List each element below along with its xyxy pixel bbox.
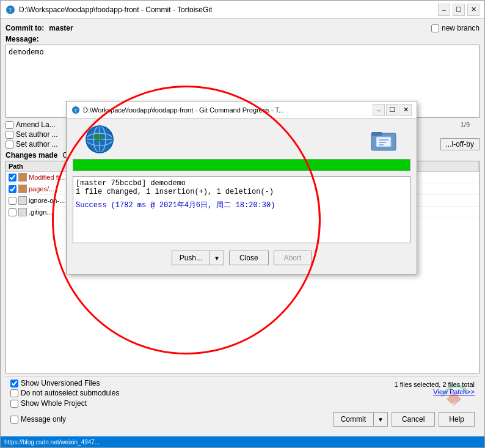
- title-bar: T D:\Workspace\foodapp\foodapp-front - C…: [1, 1, 484, 19]
- do-not-autoselect-checkbox[interactable]: [10, 389, 18, 397]
- push-arrow-button[interactable]: ▼: [210, 251, 224, 265]
- abort-button[interactable]: Abort: [274, 251, 312, 265]
- amend-checkbox[interactable]: [5, 121, 13, 129]
- dialog-icons-row: [73, 125, 410, 154]
- new-branch-row: new branch: [431, 24, 480, 32]
- file1-icon: [18, 173, 27, 182]
- progress-bar-container: [73, 159, 410, 171]
- set-author1-checkbox[interactable]: [5, 131, 13, 139]
- svg-text:T: T: [9, 7, 12, 13]
- output-line1: [master 75bccbd] demodemo: [76, 179, 407, 188]
- svg-text:T: T: [75, 108, 78, 113]
- commit-split-button: Commit ▼: [333, 412, 388, 427]
- output-line2: 1 file changed, 1 insertion(+), 1 deleti…: [76, 188, 407, 196]
- show-whole-project-checkbox[interactable]: [10, 400, 18, 408]
- output-success: Success (1782 ms @ 2021年4月6日, 周二 18:20:3…: [76, 201, 275, 210]
- message-label: Message:: [5, 35, 480, 43]
- folder-icon: [369, 125, 398, 154]
- changes-label: Changes made: [5, 151, 57, 160]
- new-branch-label: new branch: [442, 24, 480, 32]
- cancel-button[interactable]: Cancel: [392, 412, 435, 427]
- dialog-minimize-button[interactable]: –: [373, 104, 385, 116]
- do-not-autoselect-label: Do not autoselect submodules: [21, 389, 119, 397]
- file4-icon: [18, 208, 27, 216]
- close-button[interactable]: ✕: [467, 4, 480, 16]
- show-unversioned-checkbox[interactable]: [10, 380, 18, 387]
- page-indicator: 1/9: [461, 121, 470, 128]
- dialog-title-controls: – ☐ ✕: [373, 104, 412, 116]
- git-progress-dialog: T D:\Workspace\foodapp\foodapp-front - G…: [66, 101, 417, 274]
- status-bar: https://blog.csdn.net/weixin_4947...: [1, 436, 484, 447]
- set-author2-label: Set author ...: [16, 140, 58, 149]
- show-unversioned-label: Show Unversioned Files: [21, 379, 100, 387]
- progress-bar-fill: [73, 160, 410, 171]
- sign-off-button[interactable]: ...l-off-by: [440, 138, 480, 150]
- dialog-body: [master 75bccbd] demodemo 1 file changed…: [67, 119, 417, 274]
- output-area: [master 75bccbd] demodemo 1 file changed…: [73, 176, 410, 243]
- close-button[interactable]: Close: [229, 251, 269, 265]
- commit-to-label: Commit to:: [5, 24, 44, 32]
- dialog-app-icon: T: [71, 106, 80, 114]
- file4-name: .gitign...: [29, 208, 53, 216]
- branch-name: master: [49, 24, 73, 32]
- file3-checkbox[interactable]: [9, 197, 16, 205]
- svg-text:git: git: [450, 402, 458, 408]
- dialog-title-text: D:\Workspace\foodapp\foodapp-front - Git…: [83, 106, 284, 114]
- svg-rect-14: [371, 132, 382, 136]
- help-button[interactable]: Help: [439, 412, 475, 427]
- title-controls: – ☐ ✕: [438, 4, 480, 16]
- git-watermark: git: [436, 366, 472, 411]
- status-url: https://blog.csdn.net/weixin_4947...: [4, 439, 100, 446]
- app-icon: T: [5, 5, 15, 15]
- file3-icon: [18, 196, 27, 205]
- file4-checkbox[interactable]: [9, 208, 16, 216]
- message-only-label: Message only: [21, 415, 66, 424]
- file2-icon: [18, 185, 27, 193]
- bottom-buttons: Commit ▼ Cancel Help: [333, 409, 475, 429]
- commit-button[interactable]: Commit: [333, 412, 373, 427]
- file1-name: Modified fi...: [29, 174, 65, 181]
- dialog-buttons: Push... ▼ Close Abort: [73, 248, 410, 268]
- new-branch-checkbox[interactable]: [431, 24, 439, 32]
- window-title: D:\Workspace\foodapp\foodapp-front - Com…: [19, 6, 212, 14]
- globe-icon: [85, 125, 114, 154]
- commit-arrow-button[interactable]: ▼: [373, 412, 388, 427]
- minimize-button[interactable]: –: [438, 4, 450, 16]
- dialog-title-bar: T D:\Workspace\foodapp\foodapp-front - G…: [67, 101, 417, 119]
- maximize-button[interactable]: ☐: [453, 4, 465, 16]
- file3-name: ignore-on-...: [29, 197, 65, 204]
- message-only-checkbox[interactable]: [10, 416, 18, 424]
- commit-to-row: Commit to: master new branch: [5, 24, 480, 32]
- dialog-close-button[interactable]: ✕: [399, 104, 412, 116]
- push-split-button: Push... ▼: [172, 251, 224, 265]
- file1-checkbox[interactable]: [9, 174, 16, 182]
- bottom-checkboxes: Show Unversioned Files Do not autoselect…: [10, 379, 119, 397]
- push-button[interactable]: Push...: [172, 251, 210, 265]
- file2-name: pages/...: [29, 185, 54, 193]
- show-whole-project-label: Show Whole Project: [21, 399, 87, 408]
- set-author2-checkbox[interactable]: [5, 141, 13, 149]
- dialog-maximize-button[interactable]: ☐: [386, 104, 398, 116]
- bottom-bar: Show Unversioned Files Do not autoselect…: [5, 376, 480, 431]
- file2-checkbox[interactable]: [9, 185, 16, 193]
- title-bar-left: T D:\Workspace\foodapp\foodapp-front - C…: [5, 5, 212, 15]
- set-author1-label: Set author ...: [16, 130, 58, 139]
- amend-label: Amend La...: [16, 120, 56, 129]
